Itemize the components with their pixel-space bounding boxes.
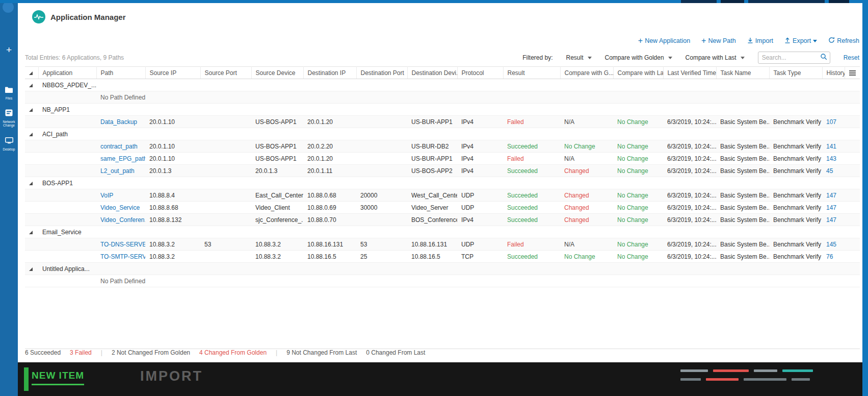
result-cell: Succeeded [503, 214, 560, 226]
expand-icon[interactable] [29, 133, 33, 136]
logo-icon[interactable] [3, 2, 14, 13]
path-link[interactable]: Video_Conferen... [100, 216, 145, 224]
source-ip-cell: 10.88.3.2 [145, 238, 200, 251]
expand-icon[interactable] [29, 231, 33, 234]
refresh-button[interactable]: Refresh [828, 37, 859, 45]
sidebar-item-desktop[interactable]: Desktop [0, 137, 18, 151]
sidebar-item-files[interactable]: Files [0, 86, 18, 100]
path-link[interactable]: TO-DNS-SERVER [100, 241, 145, 248]
col-header-protocol[interactable]: Protocol [457, 67, 503, 79]
background-window: NEW ITEM IMPORT [18, 362, 862, 396]
task-type-cell: Benchmark Verify [769, 189, 822, 202]
path-link[interactable]: same_EPG_path [100, 155, 145, 162]
column-menu-icon[interactable] [849, 70, 856, 76]
destination-ip-cell: 20.0.1.20 [303, 116, 356, 128]
group-expander-cell[interactable] [25, 177, 38, 189]
path-cell: TO-SMTP-SERVER [96, 251, 145, 263]
export-icon [784, 37, 791, 45]
last-verified-cell: 6/3/2019, 10:24:... [663, 251, 716, 263]
group-expander-cell[interactable] [25, 263, 38, 275]
task-type-cell: Benchmark Verify [769, 251, 822, 263]
path-link[interactable]: contract_path [100, 143, 138, 150]
col-header-path[interactable]: Path [96, 67, 145, 79]
history-link[interactable]: 141 [826, 143, 836, 150]
col-header-application[interactable]: Application [38, 67, 96, 79]
history-cell: 147 [822, 214, 845, 226]
expand-icon[interactable] [29, 108, 33, 112]
col-header-menu[interactable] [845, 67, 860, 79]
group-expander-cell[interactable] [25, 104, 38, 116]
result-cell: Failed [503, 238, 560, 251]
destination-device-cell: BOS_Conference_... [407, 214, 457, 226]
compare-last-cell: No Change [613, 238, 663, 251]
path-link[interactable]: Data_Backup [100, 118, 137, 126]
col-header-compare-last[interactable]: Compare with La... [613, 67, 663, 79]
history-link[interactable]: 143 [826, 155, 836, 162]
source-port-cell [200, 251, 251, 263]
collapse-all-header[interactable] [25, 67, 38, 79]
history-link[interactable]: 107 [826, 118, 836, 126]
expand-icon[interactable] [29, 267, 33, 271]
col-header-result[interactable]: Result [503, 67, 560, 79]
col-header-destination-port[interactable]: Destination Port [356, 67, 407, 79]
history-link[interactable]: 147 [826, 216, 836, 224]
sidebar-add-button[interactable]: + [0, 46, 18, 54]
col-header-source-device[interactable]: Source Device [251, 67, 303, 79]
status-item: 4 Changed From Golden [199, 349, 267, 356]
destination-ip-cell: 10.88.0.69 [303, 202, 356, 214]
collapse-all-icon[interactable] [29, 71, 33, 75]
destination-ip-cell: 10.88.16.131 [303, 238, 356, 251]
history-link[interactable]: 147 [826, 192, 836, 199]
export-label: Export [793, 37, 811, 44]
paths-grid: Application Path Source IP Source Port S… [25, 66, 860, 349]
history-link[interactable]: 45 [826, 167, 833, 175]
col-header-destination-device[interactable]: Destination Devi... [407, 67, 457, 79]
export-button[interactable]: Export [784, 37, 817, 45]
path-link[interactable]: L2_out_path [100, 167, 135, 175]
path-link[interactable]: VoIP [100, 192, 113, 199]
sidebar-item-label: Files [6, 96, 13, 100]
history-link[interactable]: 76 [826, 253, 833, 260]
group-row: ACI_path [25, 128, 860, 140]
source-ip-cell: 20.0.1.3 [145, 165, 200, 177]
col-header-last-verified-time[interactable]: Last Verified Time [663, 67, 716, 79]
group-expander-cell[interactable] [25, 128, 38, 140]
expand-icon[interactable] [29, 182, 33, 185]
new-path-button[interactable]: + New Path [701, 37, 736, 44]
no-path-cell: No Path Defined [96, 275, 860, 287]
col-header-task-name[interactable]: Task Name [716, 67, 769, 79]
search-box [758, 52, 830, 64]
path-link[interactable]: Video_Service [100, 204, 140, 211]
path-link[interactable]: TO-SMTP-SERVER [100, 253, 145, 260]
col-header-source-ip[interactable]: Source IP [145, 67, 200, 79]
history-link[interactable]: 147 [826, 204, 836, 211]
chevron-down-icon [668, 57, 672, 59]
col-header-compare-golden[interactable]: Compare with G... [560, 67, 613, 79]
compare-last-filter-dropdown[interactable]: Compare with Last [686, 54, 745, 61]
col-header-task-type[interactable]: Task Type [769, 67, 822, 79]
source-ip-cell: 10.88.8.68 [145, 202, 200, 214]
group-expander-cell[interactable] [25, 79, 38, 91]
group-expander-cell[interactable] [25, 226, 38, 238]
sidebar-item-network-change[interactable]: Network Change [0, 109, 18, 127]
compare-last-cell: No Change [613, 202, 663, 214]
search-button[interactable] [818, 52, 830, 63]
new-application-button[interactable]: + New Application [638, 37, 690, 44]
task-name-cell: Basic System Be... [716, 238, 769, 251]
expand-icon[interactable] [29, 84, 33, 87]
destination-device-cell: US-BUR-APP1 [407, 153, 457, 165]
reset-link[interactable]: Reset [844, 54, 859, 61]
import-button[interactable]: Import [747, 37, 773, 45]
search-input[interactable] [758, 54, 818, 61]
col-header-destination-ip[interactable]: Destination IP [303, 67, 356, 79]
compare-golden-filter-dropdown[interactable]: Compare with Golden [605, 54, 672, 61]
application-cell [38, 165, 96, 177]
history-link[interactable]: 145 [826, 241, 836, 248]
result-filter-dropdown[interactable]: Result [566, 54, 592, 61]
source-ip-cell: 10.88.3.2 [145, 251, 200, 263]
col-header-source-port[interactable]: Source Port [200, 67, 251, 79]
source-port-cell [200, 140, 251, 153]
compare-golden-cell: No Change [560, 140, 613, 153]
col-header-history[interactable]: History [822, 67, 845, 79]
folder-icon [5, 86, 13, 95]
